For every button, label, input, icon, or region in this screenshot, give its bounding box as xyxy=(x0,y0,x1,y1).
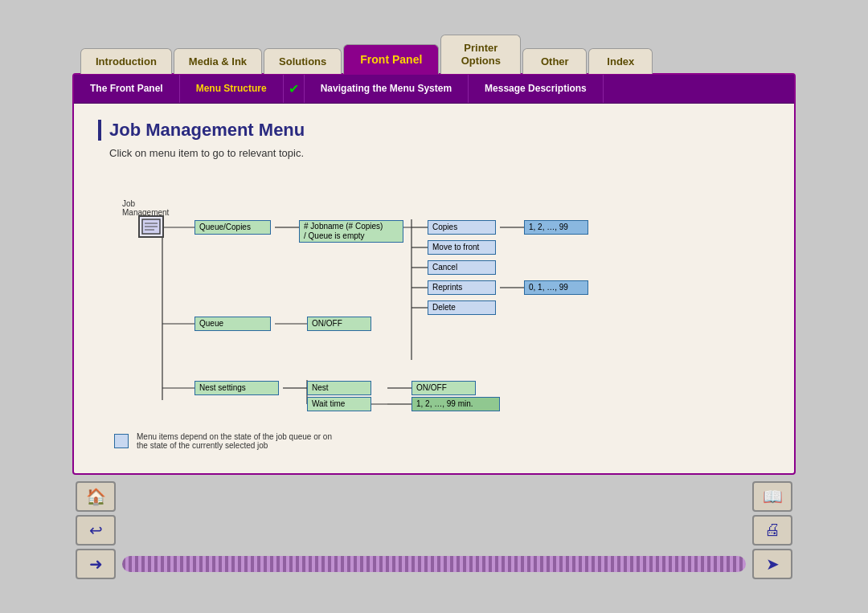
subtab-navigating[interactable]: Navigating the Menu System xyxy=(305,75,469,103)
next-button[interactable]: ➤ xyxy=(752,549,792,579)
nest-box[interactable]: Nest xyxy=(307,381,371,395)
tab-other[interactable]: Other xyxy=(522,48,587,74)
print-button[interactable]: 🖨 xyxy=(752,515,792,546)
page-title: Job Management Menu xyxy=(98,120,770,141)
bottom-nav: 🏠 ↩ ➜ 📖 🖨 ➤ xyxy=(72,481,796,579)
book-icon: 📖 xyxy=(763,487,783,506)
nest-onoff[interactable]: ON/OFF xyxy=(411,381,476,395)
tab-front-panel[interactable]: Front Panel xyxy=(343,44,439,74)
legend-text: Menu items depend on the state of the jo… xyxy=(137,432,338,450)
subtab-front-panel[interactable]: The Front Panel xyxy=(74,75,180,103)
queue-copies-box[interactable]: Queue/Copies xyxy=(194,220,271,235)
copies-box[interactable]: Copies xyxy=(428,220,496,235)
page-content: Job Management Menu Click on menu item t… xyxy=(74,104,794,466)
book-button[interactable]: 📖 xyxy=(752,481,792,512)
subtabs-bar: The Front Panel Menu Structure ✔ Navigat… xyxy=(74,75,794,104)
forward-button[interactable]: ➜ xyxy=(76,549,116,579)
queue-onoff[interactable]: ON/OFF xyxy=(307,317,371,331)
root-label: JobManagement xyxy=(122,199,169,217)
diagram-lines xyxy=(114,175,637,424)
root-icon xyxy=(138,215,164,238)
legend: Menu items depend on the state of the jo… xyxy=(98,432,770,450)
jobname-box[interactable]: # Jobname (# Copies)/ Queue is empty xyxy=(299,220,403,243)
menu-diagram: JobManagement Queue/Copies # Jobname (# … xyxy=(114,175,637,424)
wait-time-value: 1, 2, …, 99 min. xyxy=(411,397,500,411)
spiral-bar xyxy=(122,556,746,572)
reprints-box[interactable]: Reprints xyxy=(428,280,496,295)
tab-solutions[interactable]: Solutions xyxy=(264,48,342,74)
main-container: Introduction Media & Ink Solutions Front… xyxy=(72,34,796,578)
nav-buttons-right: 📖 🖨 ➤ xyxy=(752,481,792,579)
print-icon: 🖨 xyxy=(764,521,780,539)
subtab-check: ✔ xyxy=(284,75,305,103)
tab-printer-options[interactable]: PrinterOptions xyxy=(440,35,521,73)
reprints-value: 0, 1, …, 99 xyxy=(524,280,588,295)
cancel-box[interactable]: Cancel xyxy=(428,260,496,275)
page-subtitle: Click on menu item to go to relevant top… xyxy=(98,147,770,159)
home-icon: 🏠 xyxy=(86,487,106,506)
forward-icon: ➜ xyxy=(89,554,103,574)
tabs-bar: Introduction Media & Ink Solutions Front… xyxy=(72,34,796,72)
subtab-message-descriptions[interactable]: Message Descriptions xyxy=(469,75,604,103)
copies-value: 1, 2, …, 99 xyxy=(524,220,588,235)
tab-introduction[interactable]: Introduction xyxy=(80,48,172,74)
delete-box[interactable]: Delete xyxy=(428,300,496,315)
next-icon: ➤ xyxy=(766,554,780,574)
legend-box xyxy=(114,434,129,448)
back-button[interactable]: ↩ xyxy=(76,515,116,546)
move-to-front-box[interactable]: Move to front xyxy=(428,240,496,255)
nest-settings-box[interactable]: Nest settings xyxy=(194,381,279,395)
content-area: The Front Panel Menu Structure ✔ Navigat… xyxy=(72,73,796,475)
subtab-menu-structure[interactable]: Menu Structure xyxy=(180,75,284,103)
back-icon: ↩ xyxy=(89,521,103,540)
tab-media-ink[interactable]: Media & Ink xyxy=(174,48,262,74)
nav-buttons-left: 🏠 ↩ ➜ xyxy=(76,481,116,579)
home-button[interactable]: 🏠 xyxy=(76,481,116,512)
wait-time-box[interactable]: Wait time xyxy=(307,397,371,411)
queue-box[interactable]: Queue xyxy=(194,317,271,331)
tab-index[interactable]: Index xyxy=(588,48,653,74)
